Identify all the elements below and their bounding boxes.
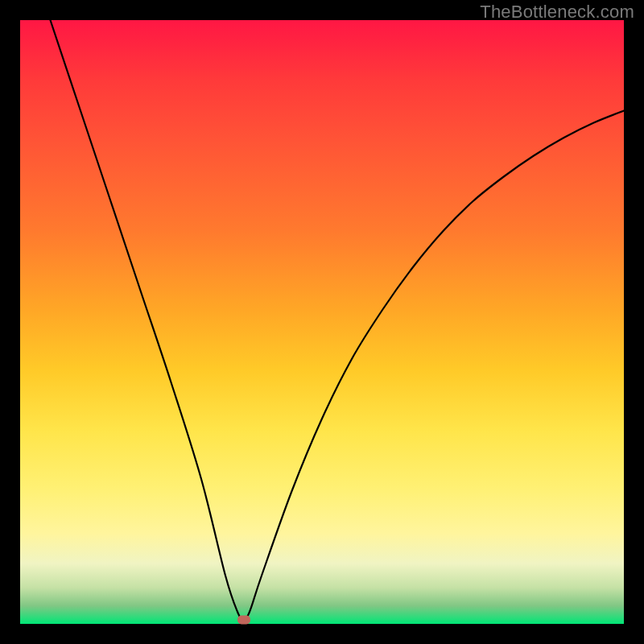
plot-area — [20, 20, 624, 624]
watermark-text: TheBottleneck.com — [480, 2, 634, 23]
chart-frame: TheBottleneck.com — [0, 0, 644, 644]
curve-svg — [20, 20, 624, 624]
bottleneck-curve-path — [51, 20, 625, 620]
optimal-point-marker — [237, 615, 250, 624]
